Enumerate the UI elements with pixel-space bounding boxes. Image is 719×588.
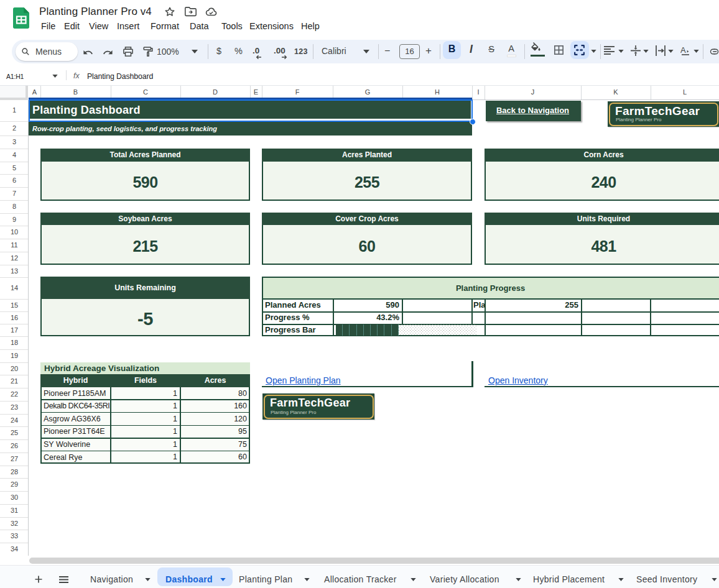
svg-text:A: A [680, 46, 686, 55]
svg-text:fx: fx [73, 71, 80, 80]
